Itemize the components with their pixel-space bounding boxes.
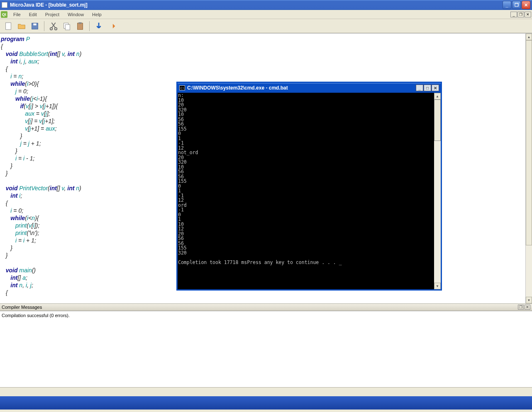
maximize-button[interactable]: ❐ xyxy=(512,1,521,9)
svg-rect-0 xyxy=(6,22,11,29)
panel-close-button[interactable]: ✕ xyxy=(525,305,530,310)
console-output: n: 10 20 320 10 56 56 155 0 1 -1 12 not_… xyxy=(178,93,434,289)
compiler-panel-title: Compiler Messages xyxy=(2,305,517,310)
menu-edit[interactable]: Edit xyxy=(25,11,41,18)
svg-rect-6 xyxy=(65,24,70,30)
statusbar xyxy=(0,387,532,396)
run-button[interactable] xyxy=(93,20,105,32)
save-file-button[interactable] xyxy=(29,20,41,32)
console-titlebar[interactable]: C:\ C:\WINDOWS\system32\cmd.exe - cmd.ba… xyxy=(178,83,441,93)
mdi-close-button[interactable]: ✕ xyxy=(525,12,531,17)
svg-rect-8 xyxy=(78,22,81,24)
compiler-messages: Compilation successful (0 errors). xyxy=(0,311,532,387)
copy-button[interactable] xyxy=(61,20,73,32)
menu-help[interactable]: Help xyxy=(88,11,106,18)
paste-button[interactable] xyxy=(74,20,86,32)
taskbar xyxy=(0,396,532,410)
cut-icon xyxy=(49,22,58,31)
console-close-button[interactable]: ✕ xyxy=(432,85,439,91)
menu-project[interactable]: Project xyxy=(41,11,63,18)
scroll-down-button[interactable]: ▼ xyxy=(526,297,532,303)
svg-rect-2 xyxy=(33,23,36,25)
compiler-message-text: Compilation successful (0 errors). xyxy=(2,313,530,318)
debug-icon xyxy=(107,22,117,31)
window-title: MicroJava IDE - [bubble_sort.mj] xyxy=(10,2,503,8)
console-window: C:\ C:\WINDOWS\system32\cmd.exe - cmd.ba… xyxy=(176,82,442,291)
console-minimize-button[interactable]: _ xyxy=(416,85,423,91)
console-scroll-down-button[interactable]: ▼ xyxy=(434,283,441,289)
save-file-icon xyxy=(30,22,39,31)
cmd-icon: C:\ xyxy=(179,85,185,90)
open-file-button[interactable] xyxy=(16,20,27,32)
svg-point-3 xyxy=(50,27,53,30)
new-file-icon xyxy=(4,22,13,31)
app-icon xyxy=(2,2,7,8)
cut-button[interactable] xyxy=(48,20,59,32)
svg-point-4 xyxy=(55,27,57,30)
console-scroll-thumb[interactable] xyxy=(434,99,441,141)
panel-restore-button[interactable]: ❐ xyxy=(518,305,524,310)
minimize-button[interactable]: _ xyxy=(503,1,511,9)
open-file-icon xyxy=(17,22,26,31)
console-title: C:\WINDOWS\system32\cmd.exe - cmd.bat xyxy=(187,85,416,91)
editor-scrollbar[interactable]: ▲ ▼ xyxy=(525,34,532,303)
toolbar xyxy=(0,19,532,33)
menu-file[interactable]: File xyxy=(9,11,25,18)
menu-window[interactable]: Window xyxy=(63,11,88,18)
run-icon xyxy=(94,22,103,31)
console-scrollbar[interactable]: ▲ ▼ xyxy=(434,93,441,289)
copy-icon xyxy=(62,22,71,31)
titlebar: MicroJava IDE - [bubble_sort.mj] _ ❐ ✕ xyxy=(0,0,532,10)
scroll-up-button[interactable]: ▲ xyxy=(526,34,532,40)
svg-rect-7 xyxy=(78,23,83,29)
mdi-minimize-button[interactable]: _ xyxy=(510,12,517,17)
menubar: Qt File Edit Project Window Help _ ❐ ✕ xyxy=(0,10,532,19)
new-file-button[interactable] xyxy=(2,20,14,32)
editor-area: program P{ void BubbleSort(int[] v, int … xyxy=(0,33,532,303)
console-maximize-button[interactable]: □ xyxy=(424,85,431,91)
console-scroll-up-button[interactable]: ▲ xyxy=(434,93,441,99)
close-button[interactable]: ✕ xyxy=(522,1,530,9)
paste-icon xyxy=(76,22,85,31)
compiler-panel-header: Compiler Messages ❐ ✕ xyxy=(0,303,532,311)
qt-icon: Qt xyxy=(1,11,7,18)
mdi-restore-button[interactable]: ❐ xyxy=(517,12,524,17)
debug-button[interactable] xyxy=(106,20,118,32)
